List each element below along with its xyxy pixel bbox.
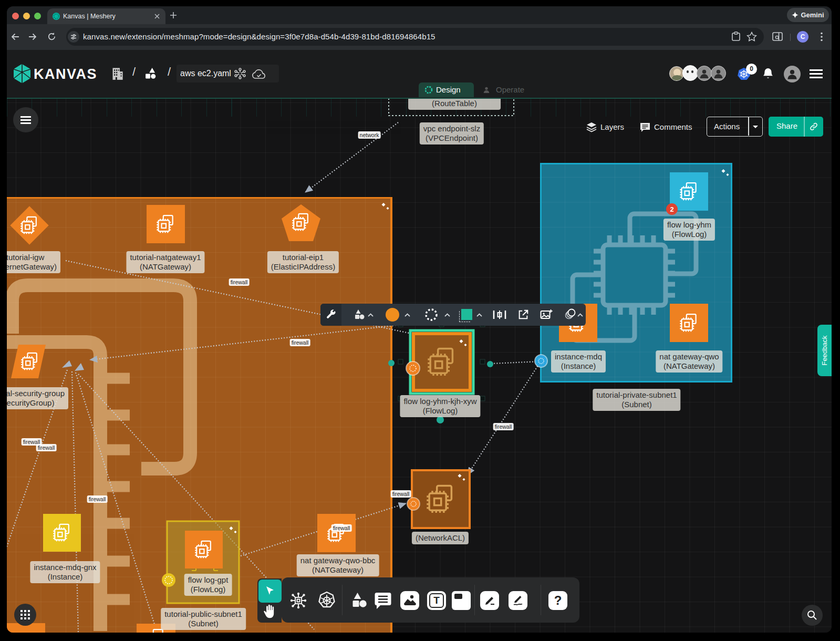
svg-text:2: 2 bbox=[670, 205, 673, 213]
